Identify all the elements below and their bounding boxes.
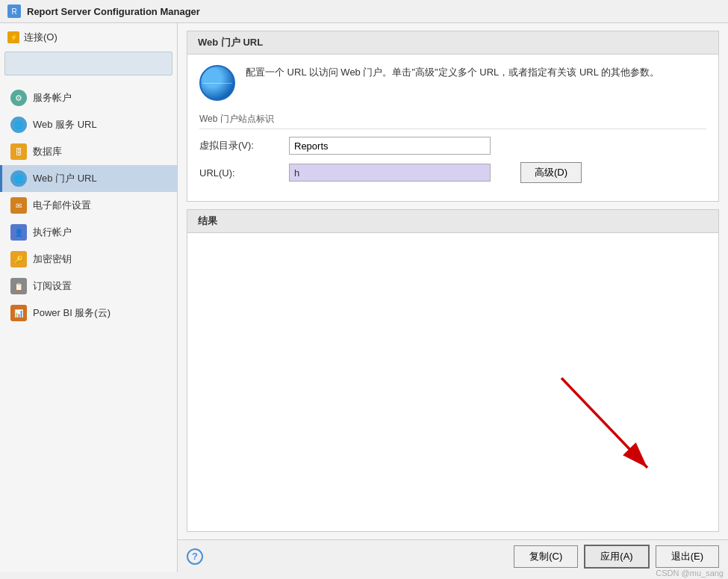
sidebar-item-subscription[interactable]: 📋 订阅设置 xyxy=(0,273,177,300)
help-button[interactable]: ? xyxy=(187,548,203,565)
email-icon: ✉ xyxy=(10,197,27,214)
sidebar-connect-item[interactable]: ⚡ 连接(O) xyxy=(0,26,177,49)
sidebar-item-email-label: 电子邮件设置 xyxy=(33,199,91,212)
subscription-icon: 📋 xyxy=(10,278,27,294)
info-row: 配置一个 URL 以访问 Web 门户。单击"高级"定义多个 URL，或者指定有… xyxy=(199,65,706,101)
bottom-bar: ? 复制(C) 应用(A) 退出(E) xyxy=(178,539,728,572)
sidebar-item-subscription-label: 订阅设置 xyxy=(33,279,72,293)
sidebar-item-exec-label: 执行帐户 xyxy=(33,226,72,239)
red-arrow xyxy=(539,371,666,490)
globe-icon xyxy=(199,65,235,101)
virtual-dir-input[interactable] xyxy=(289,137,491,155)
title-bar: R Report Server Configuration Manager xyxy=(0,0,728,23)
main-content: Web 门户 URL 配置一个 URL 以访问 Web 门户。单击"高级"定义多… xyxy=(178,23,728,572)
sidebar-item-email-settings[interactable]: ✉ 电子邮件设置 xyxy=(0,192,177,219)
svg-line-1 xyxy=(561,378,647,468)
watermark: CSDN @mu_sang xyxy=(651,567,728,579)
virtual-dir-row: 虚拟目录(V): xyxy=(199,137,706,155)
web-portal-panel: Web 门户 URL 配置一个 URL 以访问 Web 门户。单击"高级"定义多… xyxy=(187,31,719,202)
sidebar-item-service-account[interactable]: ⚙ 服务帐户 xyxy=(0,84,177,111)
exec-icon: 👤 xyxy=(10,224,27,241)
sidebar-item-key-label: 加密密钥 xyxy=(33,253,72,266)
sidebar-item-web-service-label: Web 服务 URL xyxy=(33,118,97,131)
connect-label: 连接(O) xyxy=(24,31,57,44)
sidebar-item-pbi-label: Power BI 服务(云) xyxy=(33,306,111,320)
database-icon: 🗄 xyxy=(10,143,27,160)
advanced-button[interactable]: 高级(D) xyxy=(520,162,582,183)
exit-button[interactable]: 退出(E) xyxy=(656,545,719,568)
copy-button[interactable]: 复制(C) xyxy=(514,545,578,568)
sidebar-item-web-service-url[interactable]: 🌐 Web 服务 URL xyxy=(0,111,177,138)
title-bar-text: Report Server Configuration Manager xyxy=(27,6,200,17)
results-body xyxy=(187,233,718,531)
apply-button[interactable]: 应用(A) xyxy=(584,545,649,569)
url-label: URL(U): xyxy=(199,167,289,179)
results-section: 结果 xyxy=(187,209,719,532)
results-header: 结果 xyxy=(187,210,718,233)
sidebar-nav: ⚙ 服务帐户 🌐 Web 服务 URL 🗄 数据库 🌐 Web 门户 URL ✉… xyxy=(0,84,177,326)
sidebar-item-service-account-label: 服务帐户 xyxy=(33,91,72,105)
sidebar-item-encryption-key[interactable]: 🔑 加密密钥 xyxy=(0,246,177,273)
info-text: 配置一个 URL 以访问 Web 门户。单击"高级"定义多个 URL，或者指定有… xyxy=(246,65,659,81)
virtual-dir-label: 虚拟目录(V): xyxy=(199,139,289,152)
server-info xyxy=(4,52,172,75)
connect-icon: ⚡ xyxy=(7,31,19,43)
url-input[interactable] xyxy=(289,164,491,182)
sidebar-item-web-portal-url[interactable]: 🌐 Web 门户 URL xyxy=(0,165,177,192)
web-portal-header: Web 门户 URL xyxy=(187,31,718,55)
sidebar-item-database-label: 数据库 xyxy=(33,145,62,158)
sidebar-item-exec-account[interactable]: 👤 执行帐户 xyxy=(0,219,177,246)
app-body: ⚡ 连接(O) ⚙ 服务帐户 🌐 Web 服务 URL 🗄 数据库 🌐 Web … xyxy=(0,23,728,572)
power-bi-icon: 📊 xyxy=(10,305,27,321)
web-portal-icon: 🌐 xyxy=(10,170,27,187)
web-service-icon: 🌐 xyxy=(10,117,27,133)
sidebar-item-database[interactable]: 🗄 数据库 xyxy=(0,138,177,165)
app-icon: R xyxy=(7,4,21,18)
subsection-label: Web 门户站点标识 xyxy=(199,113,706,129)
service-account-icon: ⚙ xyxy=(10,90,27,106)
url-row: URL(U): 高级(D) xyxy=(199,162,706,183)
sidebar: ⚡ 连接(O) ⚙ 服务帐户 🌐 Web 服务 URL 🗄 数据库 🌐 Web … xyxy=(0,23,178,572)
web-portal-body: 配置一个 URL 以访问 Web 门户。单击"高级"定义多个 URL，或者指定有… xyxy=(187,55,718,201)
sidebar-item-web-portal-label: Web 门户 URL xyxy=(33,172,97,185)
sidebar-item-power-bi[interactable]: 📊 Power BI 服务(云) xyxy=(0,300,177,326)
key-icon: 🔑 xyxy=(10,251,27,267)
